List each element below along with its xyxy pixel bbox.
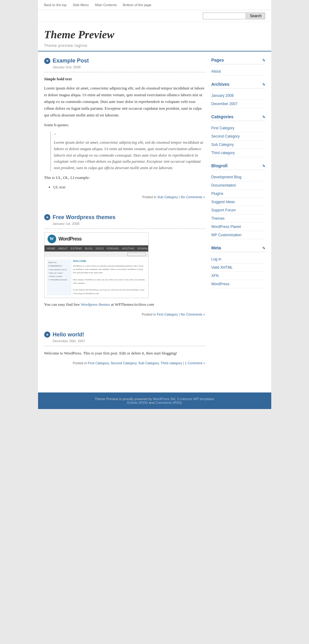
- skip-to-top-link[interactable]: Back to the top: [44, 3, 67, 7]
- post-3-paragraph: Welcome to WordPress. This is your first…: [44, 350, 205, 357]
- post-footer-3: Posted in First Category, Second Categor…: [44, 361, 205, 365]
- footer-text-middle: SH,: [169, 397, 177, 401]
- widget-categories-title: Categories ⇘: [211, 114, 265, 121]
- post-title-row-2: Free Wordpress themes: [44, 214, 205, 221]
- post-header-2: Free Wordpress themes January 1st, 2008: [44, 214, 205, 225]
- sidebar: Pages ⇘ About Archives ⇘ January 2008 De…: [211, 58, 265, 380]
- wp-search: [44, 252, 148, 257]
- footer-feeds: Entries (RSS) and Comments (RSS): [44, 401, 265, 404]
- widget-categories-label: Categories: [211, 114, 234, 119]
- pages-about-link[interactable]: About: [211, 69, 221, 74]
- list-item: Themes: [211, 214, 265, 223]
- bquotes-label: Some b-quotes:: [44, 122, 205, 128]
- post-date: January 2nd, 2008: [53, 65, 205, 69]
- post-content-2: W WordPress HOME ABOUT EXTEND BLOG DOCS …: [44, 233, 205, 308]
- site-tagline: Theme preview tagline: [44, 44, 265, 48]
- archives-jan-link[interactable]: January 2008: [211, 93, 234, 98]
- post-2-text-after: at WPThemesArchive.com: [110, 302, 154, 307]
- wp-nav-hosting: HOSTING: [122, 246, 134, 251]
- post-3-cat-4[interactable]: Third category: [160, 361, 182, 365]
- posted-in-label: Posted in: [142, 195, 156, 199]
- skip-to-side-link[interactable]: Side Menu: [73, 3, 89, 7]
- wp-nav-download: DOWNLOAD: [137, 246, 148, 251]
- meta-login-link[interactable]: Log in: [211, 257, 222, 261]
- archives-dec-link[interactable]: December 2007: [211, 102, 238, 106]
- post-blockquote: Lorem ipsum dolor sit amet, consectetur …: [50, 131, 205, 171]
- cat-sub-link[interactable]: Sub Category: [211, 142, 234, 147]
- post-2-comments-link[interactable]: No Comments »: [181, 313, 205, 316]
- site-title: Theme Preview: [44, 28, 265, 41]
- cat-second-link[interactable]: Second Category: [211, 134, 240, 138]
- post-category-link[interactable]: Sub Category: [157, 195, 178, 199]
- post-divider-3: [44, 346, 205, 346]
- post-2-link[interactable]: Wordpress themes: [81, 302, 110, 307]
- list-item: Support Forum: [211, 206, 265, 214]
- post-3-comments-link[interactable]: 1 Comment »: [185, 361, 205, 365]
- blogroll-wp-custom-link[interactable]: WP Customization: [211, 233, 241, 237]
- wp-body: NEW TO WORDPRESS? • why should I use it?…: [44, 257, 148, 297]
- post-2-text-before: You can easy find free: [44, 302, 81, 307]
- blogroll-docs-link[interactable]: Documentation: [211, 183, 236, 188]
- footer-text-before: Theme Preview is proudly powered by: [95, 397, 153, 401]
- widget-categories-list: First Category Second Category Sub Categ…: [211, 124, 265, 157]
- footer-entries-link[interactable]: Entries (RSS): [127, 401, 148, 404]
- post-date-2: January 1st, 2008: [53, 222, 205, 225]
- blogroll-dev-link[interactable]: Development Blog: [211, 175, 241, 179]
- cat-first-link[interactable]: First Category: [211, 126, 234, 130]
- meta-xfn-link[interactable]: XFN: [211, 274, 219, 278]
- post-title-link-3[interactable]: Hello world!: [53, 331, 84, 338]
- blogroll-themes-link[interactable]: Themes: [211, 216, 225, 221]
- post-ul: UL text: [53, 184, 205, 191]
- post-3-cat-1[interactable]: First Category: [88, 361, 109, 365]
- meta-wordpress-link[interactable]: WordPress: [211, 282, 230, 286]
- post-2-category-link[interactable]: First Category: [157, 313, 178, 316]
- skip-to-main-link[interactable]: Main Contents: [95, 3, 117, 7]
- wp-logo-letter: W: [50, 236, 54, 242]
- wp-logo-circle: W: [48, 235, 56, 243]
- widget-categories: Categories ⇘ First Category Second Categ…: [211, 114, 265, 157]
- ul-item: UL text: [53, 184, 205, 191]
- widget-meta-list: Log in Valid XHTML XFN WordPress: [211, 255, 265, 288]
- list-item: Development Blog: [211, 173, 265, 181]
- widget-categories-arrow: ⇘: [262, 115, 265, 119]
- widget-blogroll: Blogroll ⇘ Development Blog Documentatio…: [211, 163, 265, 239]
- widget-blogroll-title: Blogroll ⇘: [211, 163, 265, 170]
- list-item: January 2008: [211, 92, 265, 100]
- widget-archives-title: Archives ⇘: [211, 82, 265, 89]
- wp-screenshot: W WordPress HOME ABOUT EXTEND BLOG DOCS …: [44, 233, 149, 298]
- posted-in-label-2: Posted in: [142, 313, 156, 316]
- post-divider: [44, 72, 205, 72]
- wp-main-body-3: To get started with WordPress, set it up…: [73, 289, 145, 294]
- list-item: December 2007: [211, 100, 265, 108]
- post-3-cat-3[interactable]: Sub Category: [138, 361, 159, 365]
- cat-third-link[interactable]: Third category: [211, 151, 235, 155]
- post-title-link[interactable]: Example Post: [53, 58, 89, 64]
- footer-comments-link[interactable]: Comments (RSS): [155, 401, 182, 404]
- list-item: XFN: [211, 272, 265, 280]
- widget-pages: Pages ⇘ About: [211, 58, 265, 76]
- post-content: Simple bold text Lorem ipsum dolor sit a…: [44, 76, 205, 191]
- wp-logo-brand: WordPress: [59, 235, 82, 243]
- blogroll-support-link[interactable]: Support Forum: [211, 208, 236, 212]
- search-button[interactable]: Search: [246, 13, 265, 19]
- list-item: Documentation: [211, 181, 265, 190]
- blogroll-suggest-link[interactable]: Suggest Ideas: [211, 200, 235, 204]
- wp-logo-area: W WordPress: [44, 233, 148, 245]
- wp-main-heading: WELCOME: [73, 259, 146, 263]
- widget-archives-arrow: ⇘: [262, 82, 265, 86]
- meta-xhtml-link[interactable]: Valid XHTML: [211, 265, 233, 270]
- list-item: Second Category: [211, 132, 265, 141]
- blogroll-plugins-link[interactable]: Plugins: [211, 191, 223, 196]
- list-item: Valid XHTML: [211, 263, 265, 272]
- skip-to-bottom-link[interactable]: Bottom of the page: [123, 3, 151, 7]
- post-3-cat-2[interactable]: Second Category: [110, 361, 136, 365]
- wp-nav: HOME ABOUT EXTEND BLOG DOCS FORUMS HOSTI…: [44, 245, 148, 252]
- post-hello-world: Hello world! December 26th, 2007 Welcome…: [44, 331, 205, 371]
- post-title-row-3: Hello world!: [44, 331, 205, 338]
- search-input[interactable]: [203, 13, 246, 19]
- post-comments-link[interactable]: No Comments »: [181, 195, 205, 199]
- post-title-link-2[interactable]: Free Wordpress themes: [53, 214, 116, 221]
- blogroll-wp-planet-link[interactable]: WordPress Planet: [211, 225, 241, 229]
- footer-wordpress-link[interactable]: WordPress: [153, 397, 169, 401]
- footer-templates-link[interactable]: 3 columns WP templates: [177, 397, 214, 401]
